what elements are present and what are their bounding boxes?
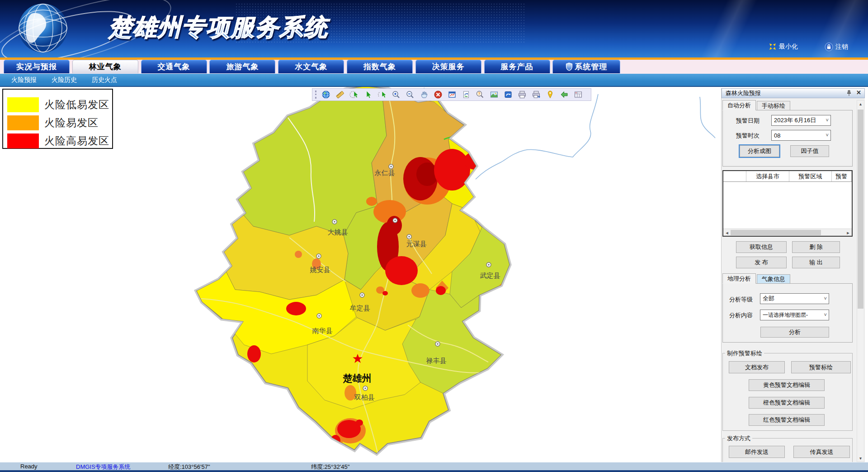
main-tab-label: 旅游气象 (226, 62, 259, 72)
county-marker (316, 254, 321, 258)
warn-plot-button[interactable]: 预警标绘 (791, 361, 851, 373)
globe-icon[interactable] (321, 90, 330, 99)
subnav-item-1[interactable]: 火险预报 (11, 76, 37, 84)
main-tab-4[interactable]: 旅游气象 (209, 60, 275, 73)
county-label: 双柏县 (354, 393, 375, 401)
forest-fire-panel: 森林火险预报 ✕ 自动分析 手动标绘 预警日期 2023年 6月16日˅ 预警时… (722, 88, 865, 462)
county-label: 南华县 (312, 327, 333, 334)
county-marker (389, 164, 393, 169)
hscroll-thumb[interactable] (731, 230, 821, 235)
county-label: 姚安县 (310, 266, 330, 273)
warn-date-select[interactable]: 2023年 6月16日˅ (771, 115, 831, 126)
panel-vscrollbar[interactable]: ▴ ▾ (857, 100, 864, 462)
main-tab-3[interactable]: 交通气象 (141, 60, 207, 73)
main-tab-label: 实况与预报 (16, 62, 57, 72)
refresh-icon[interactable] (462, 90, 471, 99)
analyze-button[interactable]: 分析 (760, 327, 829, 338)
print-setup-icon[interactable] (532, 90, 541, 99)
picture-arrow-icon[interactable] (504, 90, 513, 99)
main-tab-1[interactable]: 实况与预报 (4, 60, 70, 73)
toolbar-grip[interactable] (315, 91, 318, 99)
county-marker (360, 293, 364, 297)
analysis-level-label: 分析等级 (729, 296, 753, 304)
hscroll-left-arrow[interactable]: ◂ (723, 229, 731, 236)
zoom-out-icon[interactable] (406, 90, 415, 99)
image-icon[interactable] (490, 90, 499, 99)
pin-icon[interactable] (546, 90, 555, 99)
table-header-4[interactable]: 预警 (832, 171, 852, 181)
main-tab-8[interactable]: 服务产品 (484, 60, 550, 73)
svg-text:?: ? (478, 91, 481, 96)
pan-icon[interactable] (420, 90, 429, 99)
warn-time-label: 预警时次 (736, 132, 760, 140)
back-icon[interactable] (560, 90, 569, 99)
main-tab-5[interactable]: 水文气象 (278, 60, 344, 73)
legend-label: 火险高易发区 (44, 134, 109, 148)
legend-label: 火险易发区 (44, 116, 99, 130)
select-circle-icon[interactable] (349, 90, 359, 99)
vscroll-down-arrow[interactable]: ▾ (857, 456, 864, 461)
minimize-button[interactable]: 最小化 (769, 43, 798, 51)
extent-icon[interactable] (448, 90, 457, 99)
analyze-map-button[interactable]: 分析成图 (740, 145, 779, 157)
tab-geo-analysis[interactable]: 地理分析 (722, 273, 756, 284)
main-tab-2[interactable]: 林业气象 (72, 60, 138, 73)
zoom-in-icon[interactable] (392, 90, 401, 99)
table-hscrollbar[interactable]: ◂ ▸ (723, 229, 852, 236)
ruler-icon[interactable] (335, 90, 344, 99)
publish-button[interactable]: 发 布 (736, 257, 787, 268)
tab-manual-plot[interactable]: 手动标绘 (757, 101, 790, 110)
map-legend: 火险低易发区火险易发区火险高易发区 (2, 89, 113, 149)
factor-value-button[interactable]: 因子值 (790, 145, 829, 157)
main-tab-label: 服务产品 (501, 62, 533, 72)
export-button[interactable]: 输 出 (792, 257, 840, 268)
bottom-border (0, 470, 868, 472)
status-ready: Ready (20, 463, 38, 470)
county-marker (486, 262, 491, 267)
sub-nav-bar: 火险预报火险历史历史火点 (0, 74, 868, 86)
analysis-content-label: 分析内容 (729, 311, 753, 319)
legend-swatch (7, 133, 39, 148)
tab-weather-info[interactable]: 气象信息 (757, 274, 790, 284)
red-doc-button[interactable]: 红色预警文档编辑 (749, 414, 825, 426)
table-header-1[interactable] (723, 171, 746, 181)
print-icon[interactable] (518, 90, 527, 99)
warn-time-select[interactable]: 08˅ (771, 130, 831, 141)
analysis-level-select[interactable]: 全部˅ (760, 293, 829, 304)
panel-close-icon[interactable]: ✕ (856, 89, 861, 96)
county-marker (332, 219, 337, 224)
main-tab-label: 指数气象 (363, 62, 396, 72)
doc-publish-button[interactable]: 文档发布 (729, 361, 785, 373)
status-bar: Ready DMGIS专项服务系统 经度:103°56'57" 纬度:25°32… (0, 462, 868, 471)
identify-icon[interactable]: ? (476, 90, 485, 99)
hscroll-right-arrow[interactable]: ▸ (844, 229, 852, 236)
tab-auto-analysis[interactable]: 自动分析 (722, 100, 756, 110)
logout-button[interactable]: 注销 (825, 43, 848, 51)
main-tab-9[interactable]: 系统管理 (552, 60, 620, 73)
vscroll-thumb[interactable] (858, 110, 863, 309)
subnav-item-3[interactable]: 历史火点 (92, 76, 117, 84)
analysis-content-select[interactable]: 一请选择地理图层-˅ (760, 310, 829, 320)
fax-button[interactable]: 传真发送 (793, 446, 850, 458)
table-header-3[interactable]: 预警区域 (789, 171, 832, 181)
main-tab-6[interactable]: 指数气象 (347, 60, 413, 73)
stop-icon[interactable] (434, 90, 443, 99)
map-toolbar: ? (312, 88, 591, 101)
yellow-doc-button[interactable]: 黄色预警文档编辑 (749, 379, 825, 391)
publish-mode-label: 发布方式 (725, 434, 752, 443)
subnav-item-2[interactable]: 火险历史 (52, 76, 77, 84)
delete-button[interactable]: 删 除 (792, 241, 840, 253)
orange-doc-button[interactable]: 橙色预警文档编辑 (749, 397, 825, 409)
pin-icon[interactable] (846, 90, 852, 96)
select-lasso-icon[interactable] (377, 90, 387, 99)
warning-table[interactable]: 选择县市预警区域预警 ◂ ▸ (722, 170, 853, 237)
county-label: 牟定县 (350, 304, 370, 312)
layout-icon[interactable] (574, 90, 583, 99)
email-button[interactable]: 邮件发送 (729, 446, 785, 458)
table-header-2[interactable]: 选择县市 (746, 171, 789, 181)
select-arrow-icon[interactable] (363, 90, 373, 99)
get-info-button[interactable]: 获取信息 (736, 241, 787, 253)
vscroll-up-arrow[interactable]: ▴ (857, 101, 864, 106)
legend-row: 火险易发区 (3, 114, 112, 132)
main-tab-7[interactable]: 决策服务 (415, 60, 481, 73)
